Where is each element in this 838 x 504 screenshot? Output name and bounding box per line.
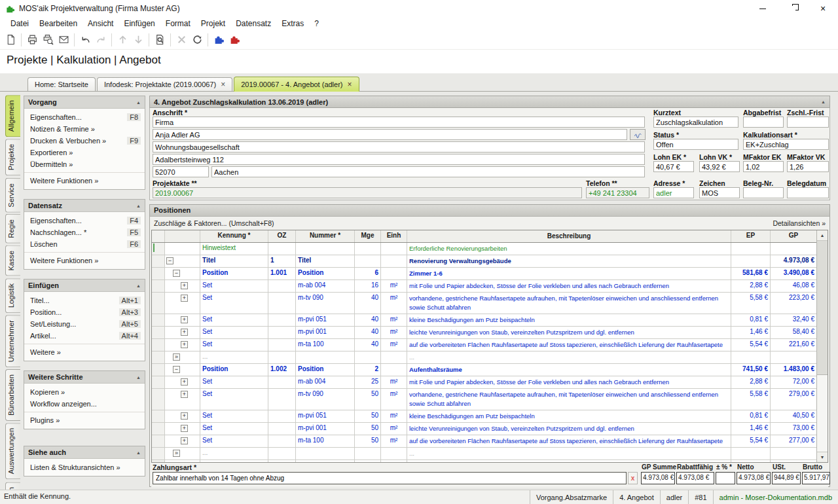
menu-item-extras[interactable]: Extras	[276, 18, 309, 29]
collapse-tree-icon[interactable]: −	[173, 270, 180, 277]
row-select-cell[interactable]	[152, 243, 165, 255]
expand-icon[interactable]: +	[181, 295, 188, 302]
section-header-vorgang[interactable]: Vorgang▲	[24, 96, 145, 109]
edit-address-button[interactable]	[630, 129, 646, 140]
zahlungsart-field[interactable]	[153, 472, 627, 484]
sidebar-item-artikel[interactable]: Artikel...Alt+4	[24, 330, 145, 342]
kalkulationsart-field[interactable]	[743, 139, 829, 150]
menu-item-projekt[interactable]: Projekt	[196, 18, 230, 29]
sidebar-item-listen-strukturansichten[interactable]: Listen & Strukturansichten »	[24, 461, 145, 473]
menu-item-einfügen[interactable]: Einfügen	[118, 18, 160, 29]
lohn-ek-field[interactable]	[653, 161, 694, 172]
side-tab-auswertungen[interactable]: Auswertungen	[5, 423, 20, 479]
section-header-weitere-schritte[interactable]: Weitere Schritte▲	[24, 371, 145, 384]
row-select-cell[interactable]	[152, 327, 165, 338]
side-tab-service[interactable]: Service	[5, 178, 20, 213]
sidebar-item-weitere-funktionen[interactable]: Weitere Funktionen »	[24, 255, 145, 266]
sidebar-item-notizen-termine[interactable]: Notizen & Termine »	[24, 123, 145, 135]
sidebar-item-position[interactable]: Position...Alt+3	[24, 306, 145, 318]
grid-row-m-ta-100[interactable]: +Setm-ta 10040m²auf die vorbereiteten Fl…	[152, 339, 816, 351]
grid-row-hint[interactable]: HinweistextErforderliche Renovierungsarb…	[152, 243, 816, 255]
row-select-cell[interactable]	[152, 364, 165, 376]
beleg-nr-field[interactable]	[743, 187, 784, 198]
row-select-cell[interactable]	[152, 339, 165, 351]
grid-row-m-tv-090[interactable]: +Setm-tv 09040m²vorhandene, gestrichene …	[152, 293, 816, 314]
side-tab-kasse[interactable]: Kasse	[5, 245, 20, 276]
close-icon[interactable]: ×	[348, 81, 352, 88]
column-header-ep[interactable]: EP	[731, 230, 771, 242]
close-icon[interactable]: ×	[221, 81, 225, 88]
more-rows-icon[interactable]: »	[173, 450, 180, 457]
anschrift-line3-field[interactable]	[153, 141, 645, 153]
mail-icon[interactable]	[56, 32, 71, 48]
column-header-oz[interactable]: OZ	[268, 230, 296, 242]
grid-row-m-ta-100[interactable]: +Setm-ta 10050m²auf die vorbereiteten Fl…	[152, 435, 816, 448]
plz-field[interactable]	[153, 166, 209, 177]
menu-item-datensatz[interactable]: Datensatz	[230, 18, 276, 29]
grid-row-m-ab-004[interactable]: +Setm-ab 00416m²mit Folie und Papier abd…	[152, 280, 816, 293]
sidebar-item-nachschlagen[interactable]: Nachschlagen... *F5	[24, 226, 145, 238]
section-header-siehe-auch[interactable]: Siehe auch▲	[24, 446, 145, 459]
collapse-tree-icon[interactable]: −	[173, 366, 180, 373]
status-field[interactable]	[653, 139, 738, 150]
zuschlaege-faktoren-link[interactable]: Zuschläge & Faktoren... (Umschalt+F8)	[154, 219, 274, 227]
row-select-cell[interactable]	[152, 410, 165, 422]
side-tab-regie[interactable]: Regie	[5, 214, 20, 243]
row-select-cell[interactable]	[152, 448, 165, 459]
grid-row-m-pvi-001[interactable]: +Setm-pvi 00150m²leichte Verunreinigunge…	[152, 423, 816, 435]
grid-row-title[interactable]: −Titel1TitelRenovierung Verwaltungsgebäu…	[152, 255, 816, 268]
column-header-gp[interactable]: GP	[771, 230, 816, 242]
restore-button[interactable]	[778, 0, 808, 17]
grid-row-ellipsis[interactable]: »......	[152, 351, 816, 364]
grid-row-position[interactable]: −Position1.002Position2Aufenthaltsräume7…	[152, 364, 816, 376]
refresh-icon[interactable]	[189, 32, 205, 48]
row-select-cell[interactable]	[152, 423, 165, 435]
side-tab-projekte[interactable]: Projekte	[5, 139, 20, 175]
sidebar-item-plugins[interactable]: Plugins »	[24, 414, 145, 426]
sidebar-item-eigenschaften[interactable]: Eigenschaften...F4	[24, 215, 145, 226]
menu-item-format[interactable]: Format	[160, 18, 196, 29]
anschrift-line1-field[interactable]	[153, 117, 645, 128]
close-button[interactable]: ×	[808, 0, 838, 17]
grid-row-m-pvi-051[interactable]: +Setm-pvi 05140m²kleine Beschädigungen a…	[152, 314, 816, 327]
sidebar-item-exportieren[interactable]: Exportieren »	[24, 147, 145, 158]
projektakte-field[interactable]	[153, 187, 582, 198]
plugin-red-icon[interactable]	[227, 32, 242, 48]
more-rows-icon[interactable]: »	[173, 353, 180, 361]
adresse-field[interactable]	[653, 187, 694, 198]
row-select-cell[interactable]	[152, 389, 165, 410]
detailansichten-link[interactable]: Detailansichten »	[773, 219, 826, 227]
telefon-field[interactable]	[586, 187, 649, 198]
kurztext-field[interactable]	[653, 117, 738, 128]
plugin-blue-icon[interactable]	[211, 32, 227, 48]
expand-icon[interactable]: +	[181, 425, 188, 432]
grid-row-m-pvi-001[interactable]: +Setm-pvi 00140m²leichte Verunreinigunge…	[152, 327, 816, 339]
side-tab-allgemein[interactable]: Allgemein	[5, 95, 20, 137]
print-preview-icon[interactable]	[40, 32, 56, 48]
sidebar-item-weitere-funktionen[interactable]: Weitere Funktionen »	[24, 175, 145, 187]
expand-icon[interactable]: +	[181, 391, 188, 398]
grid-row-m-ab-004[interactable]: +Setm-ab 00425m²mit Folie und Papier abd…	[152, 376, 816, 389]
scroll-down-icon[interactable]: ▼	[817, 452, 828, 462]
side-tab-logistik[interactable]: Logistik	[5, 278, 20, 313]
grid-row-m-tv-090[interactable]: +Setm-tv 09050m²vorhandene, gestrichene …	[152, 389, 816, 410]
expand-icon[interactable]: +	[181, 282, 188, 289]
column-header-kennung[interactable]: Kennung *	[200, 230, 268, 242]
section-header-einfügen[interactable]: Einfügen▲	[24, 279, 145, 292]
anschrift-line2-field[interactable]	[153, 129, 627, 140]
row-select-cell[interactable]	[152, 435, 165, 447]
menu-item-help[interactable]: ?	[309, 18, 324, 29]
tab-infodesk-projektakte-2019-00067[interactable]: Infodesk: Projektakte (2019.00067)×	[97, 77, 232, 91]
grid-row-ellipsis[interactable]: »......	[152, 448, 816, 460]
collapse-tree-icon[interactable]: −	[166, 257, 173, 264]
minimize-button[interactable]	[748, 0, 778, 17]
tab-home-startseite[interactable]: Home: Startseite	[27, 77, 96, 91]
zeichen-field[interactable]	[699, 187, 740, 198]
grid-row-position[interactable]: −Position1.001Position6Zimmer 1-6581,68 …	[152, 268, 816, 280]
vertical-scrollbar[interactable]: ▲ ▼	[816, 230, 828, 462]
scrollbar-thumb[interactable]	[817, 241, 828, 375]
side-tab-unternehmer[interactable]: Unternehmer	[5, 315, 20, 367]
sidebar-item-eigenschaften[interactable]: Eigenschaften...F8	[24, 111, 145, 123]
column-header-nummer[interactable]: Nummer *	[296, 230, 355, 242]
row-select-cell[interactable]	[152, 351, 165, 363]
